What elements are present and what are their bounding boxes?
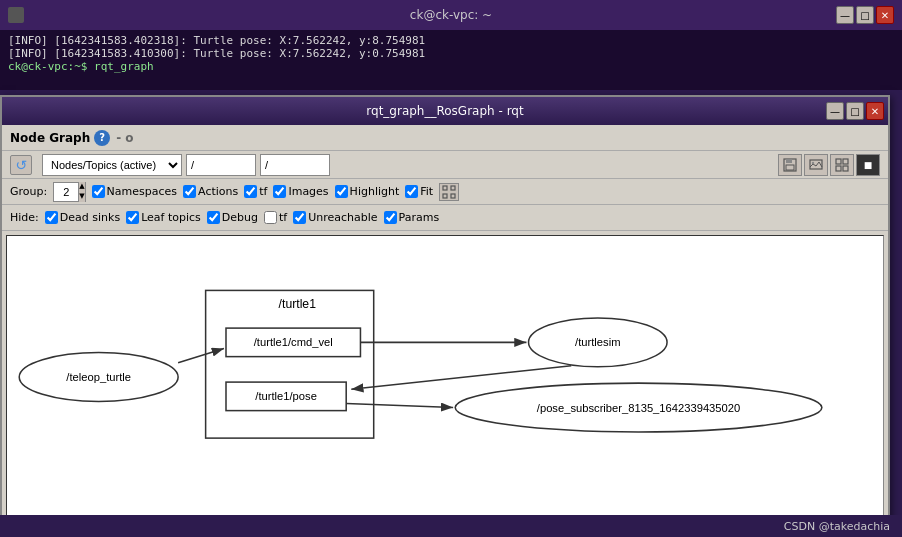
- filter-input-1[interactable]: [186, 154, 256, 176]
- terminal-prompt: ck@ck-vpc:~$ rqt_graph: [8, 60, 894, 73]
- rqt-maximize-btn[interactable]: □: [846, 102, 864, 120]
- tf-label: tf: [259, 185, 267, 198]
- hide-tf-checkbox[interactable]: [264, 211, 277, 224]
- group-options-row: Group: ▲ ▼ Namespaces Actions tf: [2, 179, 888, 205]
- terminal-content: [INFO] [1642341583.402318]: Turtle pose:…: [0, 30, 902, 77]
- debug-label[interactable]: Debug: [207, 211, 258, 224]
- params-text: Params: [399, 211, 440, 224]
- spinbox-down[interactable]: ▼: [78, 192, 84, 202]
- leaf-topics-checkbox[interactable]: [126, 211, 139, 224]
- filter-input-2[interactable]: [260, 154, 330, 176]
- group-spinbox-input[interactable]: [54, 186, 78, 198]
- actions-label: Actions: [198, 185, 238, 198]
- terminal-minimize-btn[interactable]: —: [836, 6, 854, 24]
- images-label: Images: [288, 185, 328, 198]
- params-label[interactable]: Params: [384, 211, 440, 224]
- rqt-title: rqt_graph__RosGraph - rqt: [366, 104, 523, 118]
- svg-rect-6: [843, 159, 848, 164]
- unreachable-checkbox[interactable]: [293, 211, 306, 224]
- dead-sinks-text: Dead sinks: [60, 211, 120, 224]
- svg-rect-11: [443, 194, 447, 198]
- terminal-titlebar-left: [8, 7, 28, 23]
- namespaces-checkbox[interactable]: [92, 185, 105, 198]
- debug-checkbox[interactable]: [207, 211, 220, 224]
- nodes-topics-dropdown[interactable]: Nodes/Topics (active): [42, 154, 182, 176]
- rqt-titlebar-buttons: — □ ✕: [826, 102, 884, 120]
- cmd-vel-label: /turtle1/cmd_vel: [254, 336, 333, 348]
- highlight-checkbox-label[interactable]: Highlight: [335, 185, 400, 198]
- svg-rect-5: [836, 159, 841, 164]
- rqt-minimize-btn[interactable]: —: [826, 102, 844, 120]
- dead-sinks-label[interactable]: Dead sinks: [45, 211, 120, 224]
- rqt-body: Node Graph ? - o ↺ Nodes/Topics (active): [2, 125, 888, 523]
- help-icon[interactable]: ?: [94, 130, 110, 146]
- images-checkbox-label[interactable]: Images: [273, 185, 328, 198]
- svg-rect-2: [786, 165, 794, 170]
- graph-svg: /turtle1 /teleop_turtle /turtle1/cmd_vel…: [7, 236, 883, 518]
- fit-checkbox[interactable]: [405, 185, 418, 198]
- bottom-bar-text: CSDN @takedachia: [784, 520, 890, 533]
- namespaces-checkbox-label[interactable]: Namespaces: [92, 185, 177, 198]
- leaf-topics-text: Leaf topics: [141, 211, 201, 224]
- images-checkbox[interactable]: [273, 185, 286, 198]
- pose-subscriber-label: /pose_subscriber_8135_1642339435020: [537, 402, 740, 414]
- group-label: Group:: [10, 185, 47, 198]
- svg-rect-12: [451, 194, 455, 198]
- tf-checkbox[interactable]: [244, 185, 257, 198]
- terminal-titlebar: ck@ck-vpc: ~ — □ ✕: [0, 0, 902, 30]
- svg-rect-8: [843, 166, 848, 171]
- debug-text: Debug: [222, 211, 258, 224]
- grid-icon-btn[interactable]: [830, 154, 854, 176]
- turtle1-container-label: /turtle1: [279, 297, 317, 311]
- terminal-info-line2: [INFO] [1642341583.410300]: Turtle pose:…: [8, 47, 894, 60]
- fit-icon-btn[interactable]: [439, 183, 459, 201]
- toolbar-row: ↺ Nodes/Topics (active) ■: [2, 151, 888, 179]
- graph-canvas[interactable]: /turtle1 /teleop_turtle /turtle1/cmd_vel…: [6, 235, 884, 519]
- o-label: o: [125, 131, 133, 145]
- tf-checkbox-label[interactable]: tf: [244, 185, 267, 198]
- node-graph-header: Node Graph ? - o: [2, 125, 888, 151]
- rqt-titlebar: rqt_graph__RosGraph - rqt — □ ✕: [2, 97, 888, 125]
- actions-checkbox[interactable]: [183, 185, 196, 198]
- save-icon-btn[interactable]: [778, 154, 802, 176]
- image-icon-btn[interactable]: [804, 154, 828, 176]
- params-checkbox[interactable]: [384, 211, 397, 224]
- terminal-maximize-btn[interactable]: □: [856, 6, 874, 24]
- fit-label: Fit: [420, 185, 433, 198]
- svg-rect-10: [451, 186, 455, 190]
- edge-pose-to-subscriber: [346, 403, 453, 407]
- svg-point-4: [812, 161, 814, 163]
- turtlesim-label: /turtlesim: [575, 336, 620, 348]
- teleop-turtle-label: /teleop_turtle: [66, 371, 131, 383]
- svg-rect-7: [836, 166, 841, 171]
- node-graph-title: Node Graph: [10, 131, 90, 145]
- bottom-bar: CSDN @takedachia: [0, 515, 902, 537]
- turtle1-container: [206, 290, 374, 438]
- spinbox-up[interactable]: ▲: [78, 182, 84, 192]
- namespaces-label: Namespaces: [107, 185, 177, 198]
- rqt-window: rqt_graph__RosGraph - rqt — □ ✕ Node Gra…: [0, 95, 890, 525]
- hide-label: Hide:: [10, 211, 39, 224]
- actions-checkbox-label[interactable]: Actions: [183, 185, 238, 198]
- hide-tf-text: tf: [279, 211, 287, 224]
- hide-tf-label[interactable]: tf: [264, 211, 287, 224]
- dark-btn[interactable]: ■: [856, 154, 880, 176]
- svg-rect-1: [786, 159, 792, 163]
- terminal-icon: [8, 7, 24, 23]
- dead-sinks-checkbox[interactable]: [45, 211, 58, 224]
- leaf-topics-label[interactable]: Leaf topics: [126, 211, 201, 224]
- unreachable-text: Unreachable: [308, 211, 377, 224]
- fit-checkbox-label[interactable]: Fit: [405, 185, 433, 198]
- group-spinbox[interactable]: ▲ ▼: [53, 182, 85, 202]
- hide-options-row: Hide: Dead sinks Leaf topics Debug tf Un…: [2, 205, 888, 231]
- edge-turtlesim-to-pose: [351, 366, 571, 389]
- terminal-close-btn[interactable]: ✕: [876, 6, 894, 24]
- unreachable-label[interactable]: Unreachable: [293, 211, 377, 224]
- svg-rect-9: [443, 186, 447, 190]
- highlight-checkbox[interactable]: [335, 185, 348, 198]
- refresh-btn[interactable]: ↺: [10, 155, 32, 175]
- toolbar-icons: ■: [778, 154, 880, 176]
- spinbox-arrows: ▲ ▼: [78, 182, 84, 202]
- terminal-title: ck@ck-vpc: ~: [410, 8, 492, 22]
- rqt-close-btn[interactable]: ✕: [866, 102, 884, 120]
